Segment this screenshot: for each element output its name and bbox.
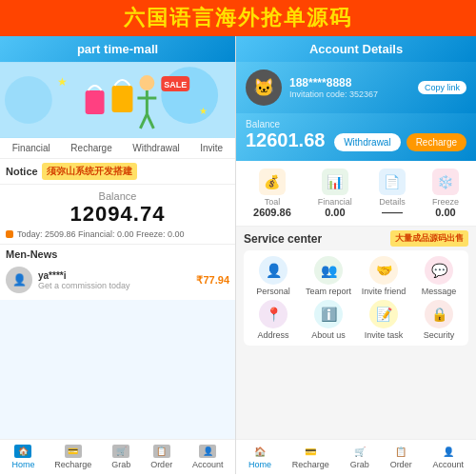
stat-financial-value: 0.00 (318, 207, 352, 218)
stat-toal-value: 2609.86 (253, 207, 291, 218)
copy-link-button[interactable]: Copy link (418, 81, 466, 94)
left-nav-order[interactable]: 📋 Order (150, 445, 172, 469)
withdrawal-button[interactable]: Withdrawal (334, 133, 400, 151)
service-team-report[interactable]: 👥 Team report (303, 256, 354, 296)
service-section: Service center 大量成品源码出售 👤 Personal 👥 Tea… (236, 227, 476, 349)
right-panel: Account Details 🐱 188****8888 Invitation… (236, 36, 476, 474)
news-desc: Get a commission today (38, 281, 190, 290)
left-nav-home[interactable]: 🏠 Home (11, 445, 34, 469)
account-icon: 👤 (199, 445, 216, 458)
balance-card-amount: 12601.68 (246, 129, 325, 151)
news-user: ya****i (38, 270, 190, 281)
recharge-icon: 💳 (65, 445, 82, 458)
svg-point-2 (161, 67, 218, 124)
right-nav-account[interactable]: 👤 Account (433, 445, 465, 469)
nav-financial[interactable]: Financial (12, 143, 50, 153)
r-grab-icon: 🛒 (351, 445, 368, 458)
main-row: part time-mall SALE (0, 36, 476, 474)
r-order-icon: 📋 (392, 445, 409, 458)
stat-toal-label: Toal (253, 197, 291, 207)
svg-text:★: ★ (199, 106, 208, 116)
service-invite-task[interactable]: 📝 Invite task (358, 300, 409, 340)
service-invite-friend[interactable]: 🤝 Invite friend (358, 256, 409, 296)
account-details: 188****8888 Invitation code: 352367 (289, 76, 410, 99)
balance-card-btns: Withdrawal Recharge (334, 133, 466, 151)
r-account-icon: 👤 (440, 445, 457, 458)
left-hero: SALE ★ ★ (0, 62, 235, 138)
about-us-icon: ℹ️ (314, 300, 343, 328)
recharge-button[interactable]: Recharge (407, 133, 466, 151)
details-icon: 📄 (379, 169, 406, 195)
news-amount: ₹77.94 (196, 274, 229, 287)
stat-details: 📄 Details —— (379, 169, 406, 218)
team-report-icon: 👥 (314, 256, 343, 285)
news-item: 👤 ya****i Get a commission today ₹77.94 (6, 264, 229, 296)
nav-withdrawal[interactable]: Withdrawal (132, 143, 179, 153)
service-address[interactable]: 📍 Address (248, 300, 299, 340)
stats-row: 💰 Toal 2609.86 📊 Financial 0.00 📄 Detail… (236, 161, 476, 227)
service-security[interactable]: 🔒 Security (413, 300, 465, 340)
security-icon: 🔒 (425, 300, 453, 328)
stat-freeze-label: Freeze (432, 197, 459, 207)
personal-icon: 👤 (259, 256, 288, 285)
left-bottom-nav: 🏠 Home 💳 Recharge 🛒 Grab 📋 Order 👤 Accou… (0, 439, 235, 474)
service-title: Service center (244, 232, 322, 246)
balance-sub: Today: 2509.86 Financial: 0.00 Freeze: 0… (0, 227, 235, 242)
message-icon: 💬 (425, 256, 453, 285)
men-news: Men-News 👤 ya****i Get a commission toda… (0, 244, 235, 300)
svg-point-1 (5, 76, 52, 124)
stat-toal: 💰 Toal 2609.86 (253, 169, 291, 218)
account-info: 🐱 188****8888 Invitation code: 352367 Co… (236, 62, 476, 113)
left-panel: part time-mall SALE (0, 36, 236, 474)
stat-financial-label: Financial (318, 197, 352, 207)
order-icon: 📋 (153, 445, 170, 458)
svg-point-5 (139, 75, 154, 90)
men-news-title: Men-News (6, 248, 229, 260)
nav-invite[interactable]: Invite (200, 143, 223, 153)
account-invite: Invitation code: 352367 (289, 89, 410, 99)
r-home-icon: 🏠 (251, 445, 268, 458)
balance-section: Balance 12094.74 Today: 2509.86 Financia… (0, 185, 235, 244)
account-phone: 188****8888 (289, 76, 410, 89)
left-nav-account[interactable]: 👤 Account (192, 445, 224, 469)
dot-orange (6, 230, 13, 238)
svg-rect-4 (112, 86, 133, 112)
right-nav-grab[interactable]: 🛒 Grab (350, 445, 369, 469)
stat-freeze: ❄️ Freeze 0.00 (432, 169, 459, 218)
right-nav-recharge[interactable]: 💳 Recharge (292, 445, 329, 469)
stat-details-label: Details (379, 197, 406, 207)
stat-details-value: —— (379, 207, 406, 218)
right-header: Account Details (236, 36, 476, 62)
svg-text:SALE: SALE (164, 80, 187, 89)
service-about-us[interactable]: ℹ️ About us (303, 300, 354, 340)
balance-card-label: Balance (246, 119, 325, 129)
notice-bar: Notice 须弥山系统开发搭建 (0, 159, 235, 185)
news-info: ya****i Get a commission today (38, 270, 190, 290)
invite-friend-icon: 🤝 (369, 256, 398, 285)
right-bottom-nav: 🏠 Home 💳 Recharge 🛒 Grab 📋 Order 👤 Accou… (236, 439, 476, 474)
left-header: part time-mall (0, 36, 235, 62)
stat-freeze-value: 0.00 (432, 207, 459, 218)
left-nav-grab[interactable]: 🛒 Grab (111, 445, 130, 469)
toal-icon: 💰 (259, 169, 286, 195)
service-header: Service center 大量成品源码出售 (244, 230, 468, 247)
right-nav-order[interactable]: 📋 Order (390, 445, 412, 469)
financial-icon: 📊 (322, 169, 348, 195)
service-personal[interactable]: 👤 Personal (248, 256, 299, 296)
service-promo: 大量成品源码出售 (390, 230, 468, 247)
home-icon: 🏠 (14, 445, 31, 458)
nav-recharge[interactable]: Recharge (70, 143, 111, 153)
r-recharge-icon: 💳 (302, 445, 319, 458)
grab-icon: 🛒 (112, 445, 129, 458)
notice-text: 须弥山系统开发搭建 (42, 163, 137, 180)
balance-label: Balance (0, 190, 235, 202)
stat-financial: 📊 Financial 0.00 (318, 169, 352, 218)
balance-left: Balance 12601.68 (246, 119, 325, 151)
right-nav-home[interactable]: 🏠 Home (248, 445, 271, 469)
balance-amount: 12094.74 (0, 202, 235, 227)
avatar: 🐱 (246, 69, 282, 106)
invite-task-icon: 📝 (369, 300, 398, 328)
svg-text:★: ★ (57, 75, 68, 89)
service-message[interactable]: 💬 Message (413, 256, 465, 296)
left-nav-recharge[interactable]: 💳 Recharge (54, 445, 91, 469)
